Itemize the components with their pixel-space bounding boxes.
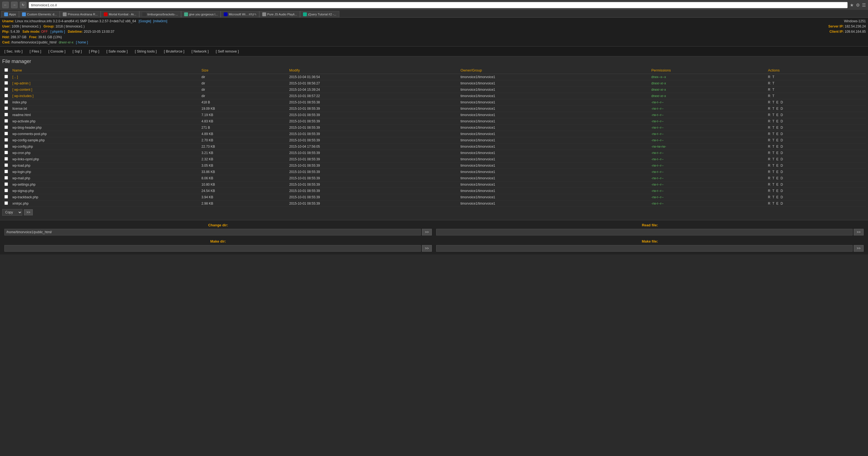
action-e-11[interactable]: E: [776, 145, 779, 149]
action-t-17[interactable]: T: [772, 183, 775, 187]
browser-tab-8[interactable]: jQuery Tutorial #2 -...: [300, 11, 339, 17]
action-t-14[interactable]: T: [772, 164, 775, 167]
action-r-7[interactable]: R: [768, 119, 771, 123]
row-checkbox-5[interactable]: [4, 106, 8, 110]
action-t-12[interactable]: T: [772, 151, 775, 155]
action-e-9[interactable]: E: [776, 132, 779, 136]
action-d-9[interactable]: D: [780, 132, 783, 136]
action-d-7[interactable]: D: [780, 119, 783, 123]
action-r-6[interactable]: R: [768, 113, 771, 117]
action-e-17[interactable]: E: [776, 183, 779, 187]
col-name[interactable]: Name: [10, 67, 199, 74]
file-name-1[interactable]: [ wp-admin ]: [10, 80, 199, 86]
nav-item-sec-info[interactable]: [ Sec. Info ]: [1, 48, 26, 55]
action-e-14[interactable]: E: [776, 164, 779, 167]
action-d-17[interactable]: D: [780, 183, 783, 187]
make-dir-button[interactable]: >>: [422, 245, 432, 252]
nav-item-bruteforce[interactable]: [ Bruteforce ]: [160, 48, 187, 55]
action-r-12[interactable]: R: [768, 151, 771, 155]
action-t-9[interactable]: T: [772, 132, 775, 136]
phpinfo-link[interactable]: [ phpinfo ]: [50, 30, 65, 34]
col-modify[interactable]: Modify: [287, 67, 458, 74]
action-t-15[interactable]: T: [772, 170, 775, 174]
row-checkbox-17[interactable]: [4, 182, 8, 186]
menu-icon[interactable]: ☰: [862, 2, 866, 8]
action-d-12[interactable]: D: [780, 151, 783, 155]
action-r-10[interactable]: R: [768, 138, 771, 142]
action-t-13[interactable]: T: [772, 157, 775, 161]
action-r-16[interactable]: R: [768, 176, 771, 180]
browser-tab-1[interactable]: Custom Elements: d...: [19, 11, 60, 17]
action-d-14[interactable]: D: [780, 164, 783, 167]
action-t-2[interactable]: T: [772, 88, 774, 92]
row-checkbox-4[interactable]: [4, 100, 8, 104]
file-name-3[interactable]: [ wp-includes ]: [10, 93, 199, 99]
row-checkbox-10[interactable]: [4, 138, 8, 142]
action-t-16[interactable]: T: [772, 176, 775, 180]
action-t-4[interactable]: T: [772, 100, 775, 104]
action-t-11[interactable]: T: [772, 145, 775, 149]
browser-tab-0[interactable]: Apps: [1, 11, 19, 17]
action-d-16[interactable]: D: [780, 176, 783, 180]
action-e-12[interactable]: E: [776, 151, 779, 155]
row-checkbox-7[interactable]: [4, 119, 8, 123]
row-checkbox-15[interactable]: [4, 170, 8, 173]
action-d-15[interactable]: D: [780, 170, 783, 174]
action-t-10[interactable]: T: [772, 138, 775, 142]
read-file-button[interactable]: >>: [854, 229, 864, 235]
action-select[interactable]: Copy Move Delete Chmod: [2, 209, 22, 216]
row-checkbox-16[interactable]: [4, 176, 8, 180]
make-file-input[interactable]: [436, 245, 852, 252]
change-dir-input[interactable]: [4, 229, 421, 235]
file-name-2[interactable]: [ wp-content ]: [10, 86, 199, 93]
row-checkbox-19[interactable]: [4, 195, 8, 199]
action-e-4[interactable]: E: [776, 100, 779, 104]
nav-item-sql[interactable]: [ Sql ]: [69, 48, 85, 55]
action-e-15[interactable]: E: [776, 170, 779, 174]
action-t-19[interactable]: T: [772, 195, 775, 199]
settings-icon[interactable]: ⚙: [856, 2, 860, 8]
read-file-input[interactable]: [436, 229, 852, 235]
action-d-13[interactable]: D: [780, 157, 783, 161]
action-t-1[interactable]: T: [772, 82, 774, 85]
action-d-6[interactable]: D: [780, 113, 783, 117]
file-name-0[interactable]: [ .. ]: [10, 74, 199, 80]
action-r-8[interactable]: R: [768, 126, 771, 130]
action-e-8[interactable]: E: [776, 126, 779, 130]
action-r-17[interactable]: R: [768, 183, 771, 187]
action-r-19[interactable]: R: [768, 195, 771, 199]
row-checkbox-1[interactable]: [4, 81, 8, 85]
browser-tab-6[interactable]: Microsoft Wi... רקלת: [221, 11, 259, 17]
action-t-20[interactable]: T: [772, 202, 775, 205]
make-dir-input[interactable]: [4, 245, 421, 252]
nav-item-self-remove[interactable]: [ Self remove ]: [213, 48, 242, 55]
action-t-0[interactable]: T: [772, 75, 774, 79]
action-t-7[interactable]: T: [772, 119, 775, 123]
action-r-9[interactable]: R: [768, 132, 771, 136]
action-r-1[interactable]: R: [768, 82, 771, 85]
nav-item-network[interactable]: [ Network ]: [188, 48, 212, 55]
select-all-checkbox[interactable]: [4, 68, 8, 72]
action-t-6[interactable]: T: [772, 113, 775, 117]
action-e-16[interactable]: E: [776, 176, 779, 180]
action-e-10[interactable]: E: [776, 138, 779, 142]
row-checkbox-13[interactable]: [4, 157, 8, 161]
action-r-18[interactable]: R: [768, 189, 771, 193]
action-r-11[interactable]: R: [768, 145, 771, 149]
browser-tab-3[interactable]: Mortal Kombat - Ar...: [101, 11, 139, 17]
action-d-18[interactable]: D: [780, 189, 783, 193]
nav-item-php[interactable]: [ Php ]: [86, 48, 103, 55]
row-checkbox-0[interactable]: [4, 75, 8, 78]
browser-tab-2[interactable]: Princess Andriana R...: [60, 11, 101, 17]
row-checkbox-18[interactable]: [4, 189, 8, 192]
action-e-19[interactable]: E: [776, 195, 779, 199]
action-d-5[interactable]: D: [780, 107, 783, 110]
nav-item-string-tools[interactable]: [ String tools ]: [131, 48, 160, 55]
row-checkbox-20[interactable]: [4, 201, 8, 205]
back-button[interactable]: ←: [2, 2, 9, 8]
nav-item-console[interactable]: [ Console ]: [45, 48, 69, 55]
action-r-2[interactable]: R: [768, 88, 771, 92]
action-r-5[interactable]: R: [768, 107, 771, 110]
action-d-19[interactable]: D: [780, 195, 783, 199]
col-size[interactable]: Size: [199, 67, 287, 74]
